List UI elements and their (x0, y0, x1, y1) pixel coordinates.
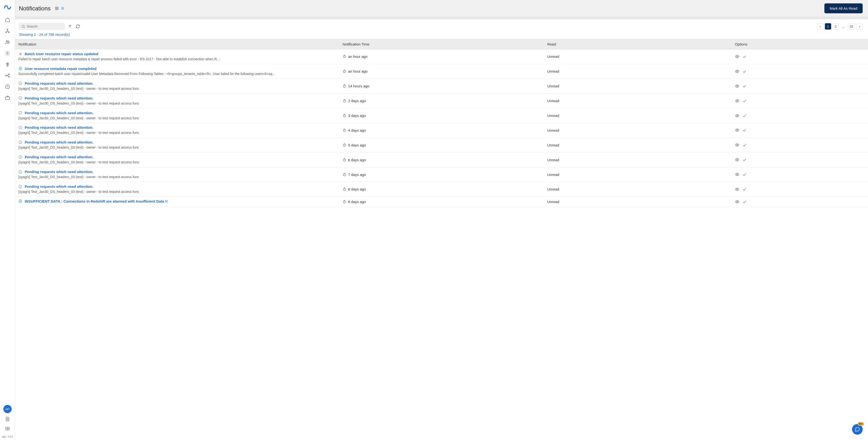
svg-point-67 (737, 174, 738, 175)
svg-point-62 (737, 159, 738, 161)
app-logo[interactable] (3, 3, 12, 11)
svg-point-29 (737, 56, 738, 57)
svg-point-0 (7, 29, 8, 30)
svg-point-9 (8, 74, 9, 75)
mark-read-icon[interactable] (742, 113, 747, 118)
webcam-icon[interactable] (5, 62, 10, 67)
mark-read-icon[interactable] (742, 128, 747, 132)
view-icon[interactable] (735, 113, 739, 118)
user-avatar[interactable]: AP (3, 405, 12, 413)
svg-point-75 (737, 201, 738, 203)
notification-description: Failed to repair batch user resource met… (19, 57, 220, 62)
svg-line-22 (24, 27, 25, 28)
read-status: Unread (547, 143, 559, 147)
notification-description: Successfully completed batch user repair… (19, 72, 276, 76)
status-info-icon (19, 155, 22, 159)
page-1-button[interactable]: 1 (825, 23, 831, 30)
read-status: Unread (547, 84, 559, 88)
svg-point-47 (737, 115, 738, 116)
read-status: Unread (547, 173, 559, 177)
status-info-icon (19, 126, 22, 130)
svg-point-8 (5, 75, 6, 76)
col-notification: Notification (15, 39, 339, 49)
view-icon[interactable] (735, 200, 739, 204)
page-next-button[interactable]: › (856, 23, 863, 30)
document-icon[interactable] (5, 416, 10, 422)
status-info-icon (19, 170, 22, 174)
table-row: Pending requests which need attention. [… (15, 153, 868, 167)
page-2-button[interactable]: 2 (833, 23, 839, 30)
search-input[interactable] (25, 25, 63, 28)
mark-read-icon[interactable] (742, 187, 747, 192)
status-error-icon (19, 52, 22, 56)
pagination: ‹ 1 2 ... 32 › (817, 23, 863, 30)
grid-view-icon[interactable] (55, 6, 59, 10)
search-input-wrap[interactable] (19, 23, 65, 30)
briefcase-icon[interactable] (5, 95, 10, 101)
notification-title-link[interactable]: Pending requests which need attention. (25, 184, 93, 189)
mark-read-icon[interactable] (742, 84, 747, 88)
notification-time: 7 days ago (348, 173, 366, 177)
showing-records-label: Showing 1 - 24 of 768 record(s) (15, 32, 868, 39)
col-options: Options (732, 39, 868, 49)
timer-icon (343, 99, 346, 103)
mark-read-icon[interactable] (742, 172, 747, 177)
notification-time: 4 days ago (348, 128, 366, 132)
refresh-icon[interactable] (75, 24, 81, 29)
svg-point-73 (19, 200, 22, 203)
view-icon[interactable] (735, 99, 739, 103)
settings-icon[interactable] (5, 50, 10, 56)
notification-title-link[interactable]: Batch User resource repair status update… (25, 52, 98, 56)
view-icon[interactable] (735, 187, 739, 192)
timer-icon (343, 114, 346, 117)
notification-time: an hour ago (348, 55, 368, 59)
page-prev-button[interactable]: ‹ (817, 23, 824, 30)
flow-icon[interactable] (5, 28, 10, 34)
notification-title-link[interactable]: INSUFFICIENT DATA : Connections in Redsh… (25, 199, 168, 203)
svg-point-32 (737, 71, 738, 72)
chat-widget[interactable]: 99+ (852, 424, 863, 435)
table-row: Pending requests which need attention. [… (15, 108, 868, 123)
view-icon[interactable] (735, 84, 739, 88)
clock-icon[interactable] (5, 84, 10, 90)
mark-read-icon[interactable] (742, 55, 747, 59)
notification-title-link[interactable]: Pending requests which need attention. (25, 140, 93, 144)
timer-icon (343, 158, 346, 162)
mark-all-read-button[interactable]: Mark All As Read (825, 3, 863, 13)
view-icon[interactable] (735, 158, 739, 162)
mark-read-icon[interactable] (742, 143, 747, 147)
notification-title-link[interactable]: Pending requests which need attention. (25, 111, 93, 115)
svg-point-7 (7, 63, 8, 64)
pipeline-icon[interactable] (5, 73, 10, 78)
notification-title-link[interactable]: Pending requests which need attention. (25, 170, 93, 174)
view-icon[interactable] (735, 143, 739, 147)
table-row: Pending requests which need attention. [… (15, 79, 868, 94)
version-label: adp - V2.0 (2, 435, 13, 438)
notification-title-link[interactable]: User resource metadata repair completed (25, 67, 96, 71)
read-status: Unread (547, 158, 559, 162)
mark-read-icon[interactable] (742, 69, 747, 74)
translate-icon[interactable] (5, 426, 10, 432)
list-view-icon[interactable] (61, 6, 65, 10)
notification-title-link[interactable]: Pending requests which need attention. (25, 96, 93, 100)
view-icon[interactable] (735, 172, 739, 177)
mark-read-icon[interactable] (742, 200, 747, 204)
page-header: Notifications Mark All As Read (15, 0, 868, 17)
view-icon[interactable] (735, 55, 739, 59)
toolbar: ‹ 1 2 ... 32 › (15, 20, 868, 32)
timer-icon (343, 129, 346, 132)
notification-title-link[interactable]: Pending requests which need attention. (25, 125, 93, 130)
view-icon[interactable] (735, 128, 739, 132)
page-last-button[interactable]: 32 (848, 23, 855, 30)
notification-time: 8 days ago (348, 200, 366, 204)
home-icon[interactable] (5, 17, 10, 23)
mark-read-icon[interactable] (742, 158, 747, 162)
notification-title-link[interactable]: Pending requests which need attention. (25, 81, 93, 86)
filter-icon[interactable] (67, 24, 73, 29)
view-icon[interactable] (735, 69, 739, 74)
notification-title-link[interactable]: Pending requests which need attention. (25, 155, 93, 159)
mark-read-icon[interactable] (742, 99, 747, 103)
users-icon[interactable] (5, 39, 10, 45)
col-read: Read (544, 39, 731, 49)
read-status: Unread (547, 187, 559, 191)
